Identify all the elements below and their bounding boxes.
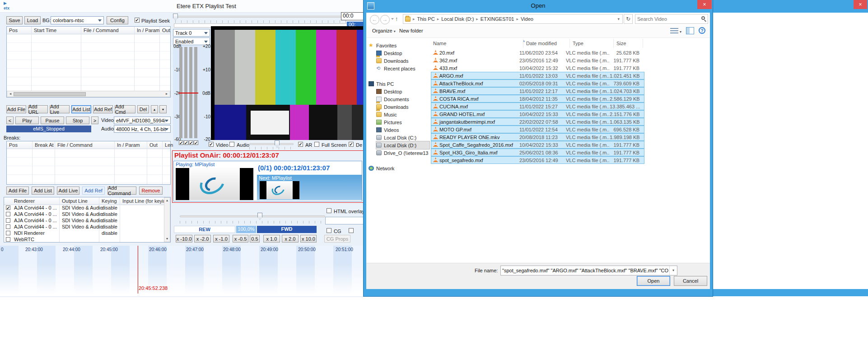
renderer-vscrollbar[interactable]: ▴ ▾: [164, 197, 170, 242]
file-row-selected[interactable]: BRAVE.mxf11/01/2022 12:17VLC media file …: [431, 87, 644, 95]
breadcrumb[interactable]: ▸ This PC ▸ Local Disk (D:) ▸ ETXINGEST0…: [403, 14, 623, 24]
move-up-button[interactable]: ▲: [151, 105, 158, 113]
breadcrumb-local-disk-d[interactable]: Local Disk (D:): [441, 16, 474, 22]
renderer-enable-checkbox[interactable]: [6, 237, 10, 242]
fullscreen-checkbox[interactable]: [314, 142, 319, 147]
vu-channel-3-checkbox[interactable]: [189, 140, 193, 145]
renderer-row[interactable]: AJA Corvid44 - 0 ... SDI Video & Audio d…: [4, 224, 164, 230]
renderer-row[interactable]: WebRTC: [4, 237, 164, 242]
history-chevron-icon[interactable]: [391, 18, 394, 21]
search-input[interactable]: [637, 15, 696, 23]
playlist-hscrollbar[interactable]: ◂ ▸: [7, 91, 170, 97]
breaks-add-live-button[interactable]: Add Live: [57, 187, 79, 195]
file-row-selected[interactable]: MOTO GP.mxf11/01/2022 12:54VLC media fil…: [431, 126, 644, 133]
renderer-enable-checkbox[interactable]: [6, 212, 10, 216]
column-header-size[interactable]: Size: [616, 41, 626, 46]
renderer-enable-checkbox[interactable]: [6, 224, 10, 229]
breadcrumb-video[interactable]: Video: [521, 16, 533, 22]
sidebar-item-downloads[interactable]: Downloads: [376, 57, 435, 65]
pause-button[interactable]: Pause: [41, 117, 64, 124]
column-header-type[interactable]: Type: [573, 41, 583, 46]
breaks-add-ref-button[interactable]: Add Ref: [82, 187, 105, 195]
organize-button[interactable]: Organize ▾: [372, 28, 396, 33]
sidebar-item-documents[interactable]: Documents: [376, 95, 435, 103]
sidebar-item-desktop[interactable]: Desktop: [376, 49, 435, 57]
vu-channel-1-checkbox[interactable]: [179, 140, 183, 145]
breaks-add-file-button[interactable]: Add File: [6, 187, 29, 195]
timeline-playhead[interactable]: [138, 246, 138, 294]
playlist-seek-checkbox[interactable]: [135, 18, 140, 23]
html-overlay-checkbox[interactable]: [327, 208, 331, 213]
sidebar-item-music[interactable]: Music: [376, 111, 435, 118]
speed-x-10-button[interactable]: x -10.0: [176, 235, 192, 243]
speed-10-button[interactable]: x 10.0: [300, 235, 317, 243]
del-button[interactable]: Del: [137, 105, 149, 113]
cancel-button[interactable]: Cancel: [674, 276, 707, 286]
file-row-selected[interactable]: COSTA RICA.mxf18/04/2012 11:35VLC media …: [431, 95, 644, 103]
cg-checkbox[interactable]: [327, 228, 331, 233]
add-ref-button[interactable]: Add Ref: [93, 105, 113, 113]
cg-props-button[interactable]: CG Props: [324, 235, 350, 243]
file-row-selected[interactable]: jangantakutbermimpi.mxf22/02/2022 07:58V…: [431, 118, 644, 126]
file-row-selected[interactable]: GRAND HOTEL.mxf10/04/2022 15:33VLC media…: [431, 110, 644, 118]
file-row-selected[interactable]: CUCINA.mxf11/01/2022 15:27VLC media file…: [431, 103, 644, 110]
add-file-button[interactable]: Add File: [6, 105, 26, 113]
save-button[interactable]: Save: [6, 16, 23, 24]
preview-pane-icon[interactable]: [686, 27, 694, 34]
sidebar-item-favorites[interactable]: ★Favorites: [369, 42, 427, 49]
file-row-selected[interactable]: ARGO.mxf11/01/2022 13:03VLC media file (…: [431, 72, 644, 79]
shuttle-slider-thumb[interactable]: [257, 213, 262, 220]
track-select[interactable]: Track 0: [173, 29, 210, 37]
renderer-row[interactable]: AJA Corvid44 - 0 ... SDI Video & Audio d…: [4, 205, 164, 211]
background-window-close-icon[interactable]: ×: [854, 0, 867, 9]
renderer-row[interactable]: AJA Corvid44 - 0 ... SDI Video & Audio d…: [4, 218, 164, 224]
back-icon[interactable]: ←: [370, 15, 379, 24]
renderer-table[interactable]: Renderer Output Line Keying Input Line (…: [4, 197, 171, 243]
up-icon[interactable]: ↑: [395, 15, 398, 22]
sidebar-item-recent-places[interactable]: ⟲Recent places: [376, 65, 435, 72]
vu-channel-2-checkbox[interactable]: [184, 140, 188, 145]
file-row-selected[interactable]: Spot_Caffe_Segafredo_2016.mxf10/04/2022 …: [431, 141, 644, 149]
breadcrumb-this-pc[interactable]: This PC: [417, 16, 435, 22]
renderer-row[interactable]: AJA Corvid44 - 0 ... SDI Video & Audio d…: [4, 211, 164, 218]
seek-slider-thumb[interactable]: [173, 14, 178, 21]
bg-select[interactable]: colorbars-ntsc: [51, 16, 104, 24]
sidebar-item-drive-o[interactable]: Drive_O (\\eterew13: [376, 149, 435, 157]
renderer-row[interactable]: NDI Renderer disable: [4, 230, 164, 237]
speed-x-05-button[interactable]: x -0.5: [233, 235, 248, 243]
video-format-select[interactable]: eMVF_HD1080_5994i: [114, 117, 171, 124]
breadcrumb-etxingest01[interactable]: ETXINGEST01: [481, 16, 514, 22]
play-button[interactable]: Play: [15, 117, 39, 124]
seek-slider[interactable]: [174, 16, 350, 18]
shuttle-slider[interactable]: [180, 215, 325, 217]
audio-format-select[interactable]: 48000 Hz, 4 Ch, 16-bit: [114, 125, 171, 133]
file-row[interactable]: 362.mxf23/05/2016 12:49VLC media file (.…: [431, 56, 644, 64]
move-down-button[interactable]: ▼: [159, 105, 167, 113]
add-list-button[interactable]: Add List: [71, 105, 91, 113]
speed-2-button[interactable]: x 2.0: [282, 235, 299, 243]
vu-channel-4-checkbox[interactable]: [194, 140, 198, 145]
speed-x-1-button[interactable]: x -1.0: [213, 235, 229, 243]
sidebar-item-this-pc[interactable]: This PC: [369, 80, 427, 88]
breaks-add-command-button[interactable]: Add Command: [107, 187, 136, 195]
sidebar-item-local-disk-d[interactable]: Local Disk (D:): [376, 141, 429, 149]
sidebar-item-network[interactable]: Network: [369, 164, 427, 172]
file-row-selected[interactable]: AttackTheBlock.mxf02/05/2018 09:31VLC me…: [431, 79, 644, 87]
dialog-close-icon[interactable]: ×: [697, 0, 712, 9]
open-button[interactable]: Open: [637, 276, 670, 286]
ar-checkbox[interactable]: [298, 142, 303, 147]
sidebar-item-pictures[interactable]: Pictures: [376, 118, 435, 126]
fwd-zone[interactable]: FWD: [257, 226, 317, 233]
add-live-button[interactable]: Add Live: [50, 105, 70, 113]
speed-x-2-button[interactable]: x -2.0: [194, 235, 211, 243]
view-dropdown-icon[interactable]: ▾: [680, 30, 681, 34]
sidebar-item-pc-desktop[interactable]: Desktop: [376, 88, 435, 95]
stop-button[interactable]: Stop: [66, 117, 89, 124]
file-name-combo[interactable]: ▾: [500, 266, 677, 275]
cg-text-input[interactable]: [325, 217, 364, 224]
prev-button[interactable]: <: [6, 117, 14, 124]
file-name-dropdown-icon[interactable]: ▾: [669, 266, 677, 275]
volume-slider[interactable]: [249, 143, 294, 145]
help-icon[interactable]: ?: [699, 27, 705, 34]
file-row[interactable]: 433.mxf10/04/2022 15:32VLC media file (.…: [431, 64, 644, 72]
